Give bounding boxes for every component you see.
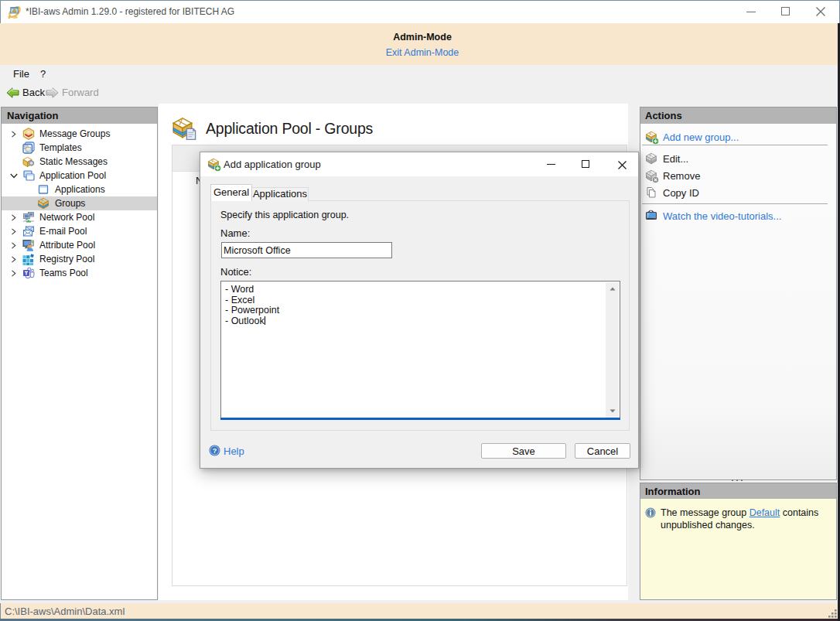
svg-text:?: ? <box>213 447 217 455</box>
